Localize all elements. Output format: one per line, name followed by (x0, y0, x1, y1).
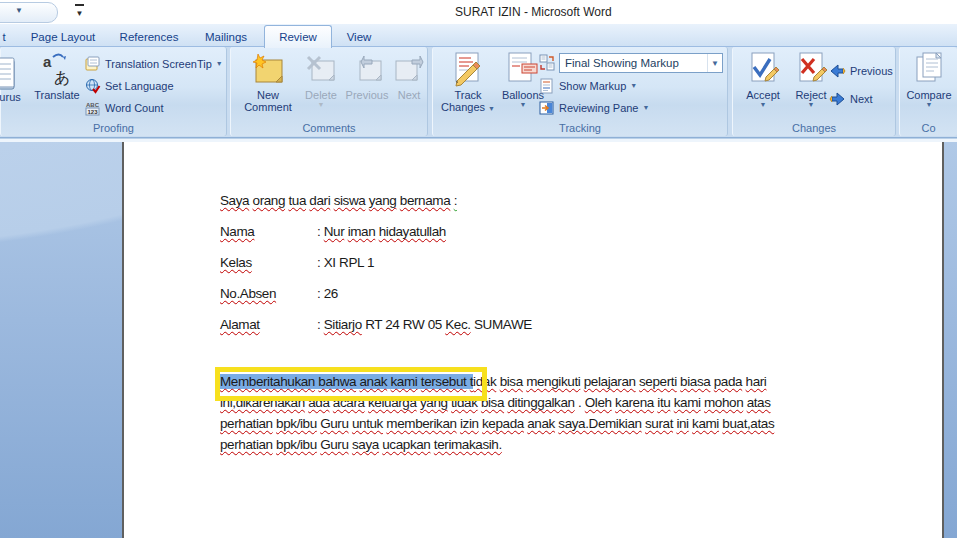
word: ditinggalkan (507, 395, 574, 410)
paragraph-line[interactable]: perhatian bpk/ibu Guru saya ucapkan teri… (220, 434, 774, 455)
word: izin (460, 416, 479, 431)
tab-review[interactable]: Review (264, 25, 332, 48)
word: surat (645, 416, 673, 431)
new-comment-button[interactable]: New Comment (239, 51, 297, 113)
field-label: No.Absen (220, 286, 317, 301)
next-change-button[interactable]: Next (829, 89, 873, 109)
chevron-down-icon: ▼ (808, 101, 815, 109)
display-for-review-icon (539, 54, 555, 72)
word: ini (676, 416, 688, 431)
document-paragraph[interactable]: Memberitahukan bahwa anak kami tersebut … (220, 371, 774, 455)
show-markup-button[interactable]: Show Markup ▼ (539, 76, 637, 96)
chevron-down-icon: ▼ (488, 105, 495, 112)
reject-button[interactable]: Reject ▼ (789, 51, 833, 109)
document-field-row[interactable]: Alamat: Sitiarjo RT 24 RW 05 Kec. SUMAWE (220, 317, 532, 332)
previous-change-button[interactable]: Previous (829, 61, 893, 81)
text-selection[interactable]: Memberitahukan bahwa anak kami tersebut … (220, 374, 473, 389)
track-changes-label2: Changes (441, 101, 485, 113)
track-changes-icon (451, 51, 485, 89)
word: RPL (339, 255, 364, 270)
word: tidak (451, 395, 478, 410)
word: orang (253, 193, 286, 208)
word-count-icon: ABC 123 (85, 100, 101, 116)
word: Alamat (220, 317, 260, 332)
chevron-down-icon: ▼ (216, 60, 223, 68)
word: 26 (324, 286, 338, 301)
word: keluarga (368, 395, 417, 410)
word: kami (674, 395, 701, 410)
overline-icon (75, 4, 84, 6)
word-count-button[interactable]: ABC 123 Word Count (85, 98, 164, 118)
word: bisa (481, 395, 504, 410)
group-compare: Compare ▼ Co (899, 47, 957, 136)
word: Saya (220, 193, 249, 208)
ribbon: aurus a あ Translate Translation ScreenTi… (0, 47, 957, 138)
show-markup-label: Show Markup (559, 80, 626, 92)
word: mohon (704, 395, 743, 410)
word: seperti (639, 374, 677, 389)
accept-button[interactable]: Accept ▼ (739, 51, 787, 109)
field-label: Alamat (220, 317, 317, 332)
quick-access-toolbar[interactable]: ▼ (0, 2, 58, 23)
tab-page-layout[interactable]: Page Layout (22, 27, 104, 46)
tab-view[interactable]: View (336, 27, 382, 46)
next-comment-button[interactable]: Next (391, 51, 427, 101)
tab-partial-left[interactable]: t (0, 27, 10, 46)
chevron-down-icon: ▼ (926, 101, 933, 109)
document-page[interactable]: Saya orang tua dari siswa yang bernama :… (122, 142, 944, 538)
combobox-dropdown-button[interactable]: ▼ (707, 54, 722, 72)
field-value: : Nur iman hidayatullah (317, 224, 446, 239)
previous-comment-button[interactable]: Previous (343, 51, 391, 101)
paragraph-line[interactable]: Memberitahukan bahwa anak kami tersebut … (220, 371, 774, 392)
display-for-review-combobox[interactable]: Final Showing Markup ▼ (559, 53, 723, 73)
translation-screentip-label: Translation ScreenTip (105, 58, 212, 70)
word: Sitiarjo (324, 317, 362, 332)
word-count-label: Word Count (105, 102, 164, 114)
field-label: Nama (220, 224, 317, 239)
word: Nama (220, 224, 254, 239)
display-for-review-row: Final Showing Markup ▼ (539, 53, 723, 73)
paragraph-line[interactable]: perhatian bpk/ibu Guru untuk memberikan … (220, 413, 774, 434)
delete-comment-button[interactable]: Delete ▼ (301, 51, 341, 109)
previous-comment-icon (350, 51, 384, 89)
group-label-compare: Co (900, 122, 957, 134)
tab-mailings[interactable]: Mailings (194, 27, 258, 46)
set-language-icon (85, 78, 101, 94)
field-label: Kelas (220, 255, 317, 270)
set-language-button[interactable]: Set Language (85, 76, 174, 96)
previous-change-icon (829, 64, 846, 78)
word: kami (692, 416, 719, 431)
document-field-row[interactable]: Kelas: XI RPL 1 (220, 255, 374, 270)
word: Oleh (585, 395, 612, 410)
word: Kelas (220, 255, 252, 270)
word: RW (403, 317, 424, 332)
document-field-row[interactable]: Nama: Nur iman hidayatullah (220, 224, 446, 239)
field-value: : 26 (317, 286, 338, 301)
word: bpk/ibu (276, 437, 317, 452)
document-field-row[interactable]: No.Absen: 26 (220, 286, 338, 301)
word: Memberitahukan (220, 374, 315, 389)
reject-icon (794, 51, 828, 89)
translate-button[interactable]: a あ Translate (27, 51, 87, 101)
tab-references[interactable]: References (112, 27, 186, 46)
paragraph-line[interactable]: ini,dikarenakan ada acara keluarga yang … (220, 392, 774, 413)
word: ada (308, 395, 329, 410)
word: terimakasih. (434, 437, 502, 452)
group-label-changes: Changes (733, 122, 895, 134)
translation-screentip-button[interactable]: Translation ScreenTip ▼ (85, 54, 223, 74)
customize-quick-access-toolbar-button[interactable]: ▼ (74, 4, 85, 16)
word: pada (714, 374, 742, 389)
word: iman (348, 224, 376, 239)
reviewing-pane-button[interactable]: Reviewing Pane ▼ (539, 98, 649, 118)
word: itu (657, 395, 670, 410)
document-intro-line[interactable]: Saya orang tua dari siswa yang bernama : (220, 193, 457, 208)
document-workspace: Saya orang tua dari siswa yang bernama :… (0, 142, 957, 538)
group-proofing: aurus a あ Translate Translation ScreenTi… (0, 47, 227, 136)
word: biasa (680, 374, 710, 389)
thesaurus-button[interactable]: aurus (0, 51, 29, 103)
track-changes-button[interactable]: Track Changes ▼ (441, 51, 495, 113)
word: anak (359, 374, 387, 389)
compare-icon (912, 51, 946, 89)
compare-button[interactable]: Compare ▼ (904, 51, 954, 109)
window-title: SURAT IZIN - Microsoft Word (455, 5, 612, 19)
